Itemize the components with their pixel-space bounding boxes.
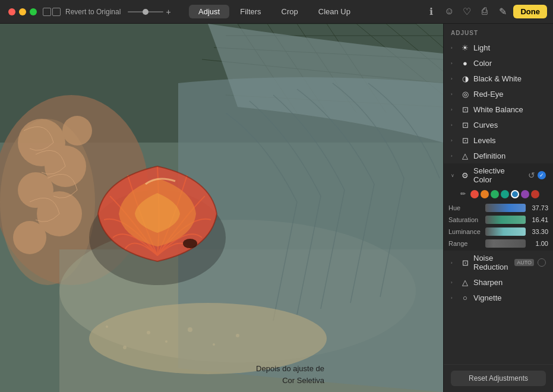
bw-icon: ◑ [460, 74, 470, 83]
noise-icon: ⊡ [460, 258, 470, 267]
light-label: Light [473, 43, 546, 52]
undo-icon[interactable]: ↺ [528, 170, 535, 180]
tab-adjust[interactable]: Adjust [189, 5, 229, 18]
definition-icon: △ [460, 151, 470, 160]
swatch-purple[interactable] [521, 190, 529, 198]
light-icon: ☀ [460, 43, 470, 52]
caption-area: Depois do ajuste de Cor Seletiva [256, 363, 324, 386]
maximize-button[interactable] [30, 8, 37, 15]
chevron-right-icon: › [451, 76, 457, 81]
noise-toggle[interactable] [538, 258, 546, 267]
chevron-right-icon: › [451, 45, 457, 50]
sliders-area: Hue 37.73 Saturation 16.41 Luminance [444, 201, 553, 251]
chevron-right-icon: › [451, 122, 457, 128]
caption-line2: Cor Seletiva [282, 376, 324, 385]
svg-point-29 [236, 334, 239, 337]
tab-filters[interactable]: Filters [230, 5, 270, 18]
sidebar-item-levels[interactable]: › ⊡ Levels [444, 132, 553, 148]
swatch-teal[interactable] [501, 190, 509, 198]
chevron-right-icon: › [451, 153, 457, 159]
chevron-right-icon: › [451, 138, 457, 143]
svg-point-27 [188, 327, 192, 332]
sidebar: ADJUST › ☀ Light › ● Color › ◑ Black & W… [443, 24, 553, 392]
color-label: Color [473, 59, 546, 68]
pencil-icon[interactable]: ✏ [460, 190, 469, 198]
info-icons: ℹ ☺ ♡ ⎙ ✎ [425, 6, 513, 18]
traffic-lights [0, 8, 37, 15]
tab-crop[interactable]: Crop [272, 5, 308, 18]
close-button[interactable] [8, 8, 15, 15]
sidebar-item-whitebalance[interactable]: › ⊡ White Balance [444, 102, 553, 117]
emoji-icon[interactable]: ☺ [443, 6, 455, 18]
hue-slider[interactable] [485, 204, 526, 212]
swatch-crimson[interactable] [531, 190, 539, 198]
vignette-label: Vignette [473, 293, 546, 302]
saturation-slider[interactable] [485, 216, 526, 224]
revert-button[interactable]: Revert to Original [65, 8, 121, 16]
titlebar: Revert to Original + Adjust Filters Crop… [0, 0, 553, 24]
sidebar-item-color[interactable]: › ● Color [444, 55, 553, 71]
swatch-orange[interactable] [481, 190, 489, 198]
svg-point-21 [62, 116, 92, 146]
photo-area: Depois do ajuste de Cor Seletiva [0, 24, 443, 392]
sidebar-item-redeye[interactable]: › ◎ Red-Eye [444, 86, 553, 102]
hue-row: Hue 37.73 [444, 202, 553, 214]
range-label: Range [448, 240, 483, 247]
range-slider[interactable] [485, 239, 526, 248]
luminance-slider[interactable] [485, 227, 526, 236]
levels-label: Levels [473, 136, 546, 145]
done-button[interactable]: Done [513, 5, 547, 18]
sidebar-item-bw[interactable]: › ◑ Black & White [444, 71, 553, 86]
minimize-button[interactable] [19, 8, 26, 15]
info-icon[interactable]: ℹ [425, 6, 437, 18]
luminance-label: Luminance [448, 228, 483, 235]
svg-point-30 [106, 325, 108, 328]
heart-icon[interactable]: ♡ [461, 6, 473, 18]
main-content: Depois do ajuste de Cor Seletiva ADJUST … [0, 24, 553, 392]
sidebar-item-light[interactable]: › ☀ Light [444, 40, 553, 55]
reset-btn-area: Reset Adjustments [444, 364, 553, 392]
chevron-right-icon: › [451, 107, 457, 112]
zoom-plus-icon[interactable]: + [166, 7, 170, 17]
sidebar-item-curves[interactable]: › ⊡ Curves [444, 117, 553, 132]
chevron-right-icon: › [451, 260, 457, 265]
saturation-row: Saturation 16.41 [444, 214, 553, 226]
sidebar-item-definition[interactable]: › △ Definition [444, 148, 553, 163]
window-icon [43, 8, 61, 16]
svg-point-26 [165, 340, 168, 343]
luminance-row: Luminance 33.30 [444, 226, 553, 238]
selective-color-actions: ↺ ✓ [528, 170, 546, 180]
more-icon[interactable]: ✎ [497, 6, 508, 18]
selective-color-label: Selective Color [473, 166, 524, 184]
swatch-blue[interactable] [511, 190, 519, 198]
toggle-active[interactable]: ✓ [538, 171, 546, 179]
noise-label: Noise Reduction [473, 254, 511, 271]
levels-icon: ⊡ [460, 135, 470, 145]
caption-line1: Depois do ajuste de [256, 364, 324, 373]
selective-color-icon: ⚙ [460, 170, 470, 180]
chevron-down-icon: ∨ [451, 173, 457, 178]
reset-adjustments-button[interactable]: Reset Adjustments [451, 371, 546, 386]
tab-cleanup[interactable]: Clean Up [309, 5, 360, 18]
share-icon[interactable]: ⎙ [479, 6, 491, 18]
bw-label: Black & White [473, 74, 546, 83]
sidebar-section-title: ADJUST [444, 24, 553, 40]
luminance-value: 33.30 [528, 228, 548, 235]
redeye-icon: ◎ [460, 89, 470, 99]
swatch-green[interactable] [491, 190, 499, 198]
sidebar-item-noise[interactable]: › ⊡ Noise Reduction AUTO [444, 251, 553, 274]
photo-image [0, 24, 443, 392]
sharpen-label: Sharpen [473, 278, 546, 287]
saturation-label: Saturation [448, 216, 483, 223]
curves-icon: ⊡ [460, 120, 470, 129]
sidebar-item-vignette[interactable]: › ○ Vignette [444, 290, 553, 305]
sidebar-item-selective-color[interactable]: ∨ ⚙ Selective Color ↺ ✓ [444, 163, 553, 187]
svg-point-33 [183, 239, 197, 248]
redeye-label: Red-Eye [473, 90, 546, 99]
color-swatches: ✏ [444, 187, 553, 201]
chevron-right-icon: › [451, 91, 457, 97]
sidebar-item-sharpen[interactable]: › △ Sharpen [444, 274, 553, 290]
hue-label: Hue [448, 204, 483, 211]
swatch-red[interactable] [470, 190, 479, 198]
chevron-right-icon: › [451, 280, 457, 285]
